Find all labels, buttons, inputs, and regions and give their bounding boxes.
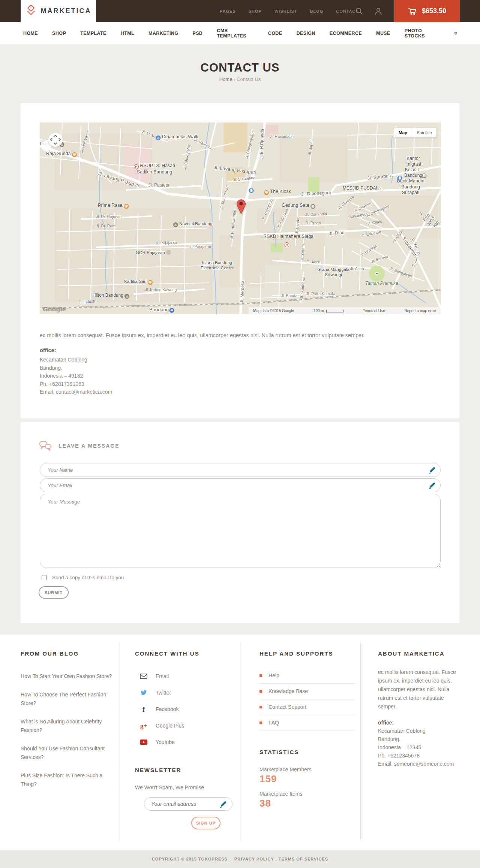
nav-item-shop[interactable]: SHOP	[52, 31, 66, 36]
contact-info: ec mollis lorem consequat. Fusce ipsum e…	[40, 332, 441, 396]
newsletter-email-input[interactable]	[144, 797, 232, 811]
social-link-email[interactable]: Email	[135, 668, 240, 684]
map-pan-control[interactable]	[48, 133, 63, 147]
social-label: Google Plus	[156, 723, 184, 729]
help-label: Help	[268, 672, 279, 678]
map-panel: Aston Tropicana ⌂Raja Sunda ΨJl. Haji Ya…	[21, 103, 459, 418]
pan-left-icon[interactable]	[50, 138, 54, 142]
twitter-icon	[140, 690, 147, 695]
nav-item-cms-templates[interactable]: CMS TEMPLATES	[217, 28, 254, 39]
youtube-icon	[140, 740, 147, 745]
breadcrumb-current: Contact Us	[237, 76, 261, 82]
nav-item-ecommerce[interactable]: ECOMMERCE	[330, 31, 362, 36]
nav-item-muse[interactable]: MUSE	[376, 31, 390, 36]
top-nav-item-blog[interactable]: BLOG	[310, 9, 323, 13]
top-nav-item-wishlist[interactable]: WISHLIST	[274, 9, 297, 13]
tag-icon	[26, 5, 37, 18]
map-type-satellite-button[interactable]: Satellite	[412, 128, 436, 137]
blog-link[interactable]: How To Start Your Own Fashion Store?	[21, 668, 114, 686]
help-link-faq[interactable]: FAQ	[260, 715, 355, 731]
nav-item-photo-stocks[interactable]: PHOTO STOCKS	[405, 28, 439, 39]
office-label: office:	[40, 347, 441, 353]
footer-help-column: HELP AND SUPPORTS HelpKnowladge BaseCont…	[260, 650, 355, 809]
help-link-help[interactable]: Help	[260, 668, 355, 684]
social-link-youtube[interactable]: Youtube	[135, 734, 240, 750]
cart-icon	[408, 7, 417, 16]
email-input[interactable]	[40, 478, 441, 492]
nav-item-html[interactable]: HTML	[121, 31, 134, 36]
office-line: Email. someone@someone.com	[378, 760, 460, 768]
help-link-knowladge-base[interactable]: Knowladge Base	[260, 684, 355, 699]
brand-name: MARKETICA	[41, 7, 92, 15]
breadcrumb-home[interactable]: Home	[219, 76, 232, 82]
office-address: Kecamatan CoblongBandung.Indonesia – 491…	[40, 356, 441, 396]
nav-item-code[interactable]: CODE	[268, 31, 282, 36]
top-header: MARKETICA PAGESSHOPWISHLISTBLOGCONTACT $…	[0, 0, 480, 22]
footer: FROM OUR BLOG How To Start Your Own Fash…	[0, 635, 480, 850]
pen-icon	[429, 466, 436, 474]
breadcrumb: Home › Contact Us	[0, 76, 480, 82]
map-graphic	[40, 123, 441, 314]
about-text: ec mollis lorem consequat. Fusce ipsum e…	[378, 668, 460, 711]
office-line: Bandung.	[40, 364, 441, 372]
nav-item-home[interactable]: HOME	[23, 31, 38, 36]
page-title: CONTACT US	[0, 61, 480, 75]
stat-value: 159	[260, 773, 355, 785]
signup-button[interactable]: SIGN UP	[191, 817, 220, 829]
map-canvas[interactable]: Aston Tropicana ⌂Raja Sunda ΨJl. Haji Ya…	[40, 123, 441, 314]
social-link-twitter[interactable]: Twitter	[135, 684, 240, 701]
user-icon[interactable]	[374, 7, 383, 16]
pan-right-icon[interactable]	[57, 138, 61, 142]
name-input[interactable]	[40, 463, 441, 477]
office-line: Ph. +62817391083	[40, 380, 441, 388]
gplus-icon: g+	[140, 723, 147, 729]
help-label: Knowladge Base	[268, 688, 308, 694]
stat-value: 38	[260, 798, 355, 809]
pan-down-icon[interactable]	[54, 141, 57, 145]
nav-item-template[interactable]: TEMPLATE	[80, 31, 106, 36]
report-map-error-link[interactable]: Report a map error	[405, 309, 436, 313]
nav-item-design[interactable]: DESIGN	[297, 31, 315, 36]
statistics-heading: STATISTICS	[260, 749, 355, 755]
chevron-double-down-icon[interactable]: «	[452, 31, 458, 35]
submit-button[interactable]: SUBMIT	[39, 586, 69, 599]
blog-link[interactable]: Plus Size Fashion: Is There Such a Thing…	[21, 767, 114, 794]
top-nav-item-shop[interactable]: SHOP	[249, 9, 262, 13]
nav-item-marketing[interactable]: MARKETING	[148, 31, 178, 36]
connect-heading: CONNECT WITH US	[135, 650, 240, 657]
cart-button[interactable]: $653.50	[394, 0, 460, 22]
social-link-gplus[interactable]: g+Google Plus	[135, 717, 240, 734]
search-icon[interactable]	[355, 7, 364, 16]
send-copy-label[interactable]: Send a copy of this email to you	[52, 575, 124, 580]
map-pin-icon[interactable]	[236, 198, 246, 214]
social-label: Twitter	[156, 690, 171, 696]
footer-connect-column: CONNECT WITH US EmailTwitterfFacebookg+G…	[135, 650, 240, 829]
office-line: Bandung.	[378, 735, 460, 743]
blog-link[interactable]: What is So Alluring About Celebrity Fash…	[21, 713, 114, 740]
brand-logo[interactable]: MARKETICA	[21, 0, 96, 22]
blog-link[interactable]: Should You Use Fashion Consultant Servic…	[21, 740, 114, 767]
office-line: Indonesia – 12345	[378, 743, 460, 751]
about-heading: ABOUT MARKETICA	[378, 650, 460, 657]
map-attribution: Map data ©2015 Google 200 m Terms of Use…	[249, 307, 441, 314]
send-copy-checkbox[interactable]	[42, 575, 47, 580]
breadcrumb-separator: ›	[234, 76, 235, 82]
footer-divider	[360, 642, 361, 841]
map-scale: 200 m	[314, 309, 344, 313]
scale-bar	[326, 310, 344, 312]
copyright-text: COPYRIGHT © 2015 TOKOPRESS	[152, 857, 228, 861]
help-link-contact-support[interactable]: Contact Support	[260, 699, 355, 715]
social-link-facebook[interactable]: fFacebook	[135, 701, 240, 717]
office-line: Indonesia – 49182	[40, 372, 441, 380]
legal-links[interactable]: PRIVACY POLICY . TERMS OF SERVICES	[234, 857, 328, 861]
map-type-map-button[interactable]: Map	[394, 128, 412, 137]
message-textarea[interactable]	[40, 494, 441, 568]
form-header: LEAVE A MESSAGE	[39, 440, 120, 451]
nav-item-psd[interactable]: PSD	[192, 31, 202, 36]
top-nav-item-pages[interactable]: PAGES	[220, 9, 236, 13]
terms-of-use-link[interactable]: Terms of Use	[363, 309, 385, 313]
social-label: Youtube	[156, 739, 175, 745]
pan-up-icon[interactable]	[54, 135, 57, 139]
blog-link[interactable]: How To Choose The Perfect Fashion Store?	[21, 686, 114, 713]
cart-total: $653.50	[422, 7, 446, 15]
